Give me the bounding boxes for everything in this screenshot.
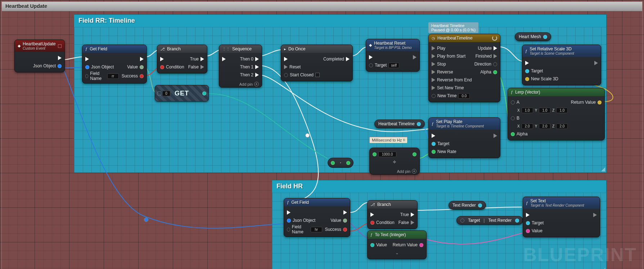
a-pin[interactable] [511,100,515,104]
exec-in-pin[interactable] [284,57,288,61]
exec-in-pin[interactable] [222,57,226,61]
b-x-input[interactable] [522,124,533,129]
exec-out-pin[interactable] [58,56,62,60]
resize-handle[interactable] [601,167,605,171]
field-name-pin[interactable] [85,74,88,78]
false-exec-pin[interactable] [411,220,414,225]
add-pin-button[interactable]: Add pin+ [370,168,419,174]
variable-heart-mesh[interactable]: Heart Mesh [515,32,551,41]
exec-in-pin[interactable] [160,57,164,61]
exec-in-pin[interactable] [526,213,530,217]
node-to-text-integer[interactable]: ƒTo Text (Integer) ValueReturn Value ⌄ [367,230,427,259]
play-pin[interactable] [432,46,435,50]
exec-in-pin[interactable] [369,55,373,59]
target-in-pin[interactable] [460,219,464,223]
target-pin[interactable] [369,63,373,67]
variable-heartbeat-timeline[interactable]: Heartbeat Timeline [374,120,425,128]
value-pin[interactable] [370,243,374,247]
start-closed-checkbox[interactable] [315,73,320,77]
value-pin[interactable] [343,219,347,223]
exec-in-pin[interactable] [432,134,435,138]
exec-in-pin[interactable] [525,61,529,65]
a-y-input[interactable] [539,108,550,113]
exec-in-pin[interactable] [287,210,291,215]
array-in-pin[interactable] [157,91,161,95]
blueprint-canvas[interactable]: Heartbeat Update Field RR: Timeline Fiel… [0,0,644,269]
json-object-pin[interactable] [58,64,62,68]
b-z-input[interactable] [556,124,568,129]
field-name-input[interactable] [311,227,322,232]
new-scale-pin[interactable] [525,77,529,81]
node-lerp-vector[interactable]: ƒLerp (Vector) A Return Value X Y Z B X … [508,88,605,140]
reverse-pin[interactable] [432,70,435,74]
true-exec-pin[interactable] [201,57,204,61]
json-object-pin[interactable] [287,219,291,223]
node-math-compact[interactable]: · [328,158,353,168]
exec-out-pin[interactable] [593,213,597,217]
stop-pin[interactable] [432,62,435,66]
array-index-input[interactable] [162,91,170,96]
a-z-input[interactable] [556,108,568,113]
target-pin[interactable] [432,142,436,146]
array-out-pin[interactable] [202,91,206,95]
field-name-input[interactable] [107,73,119,79]
then1-pin[interactable] [255,65,259,69]
condition-pin[interactable] [160,65,164,69]
node-array-get[interactable]: GET [155,85,209,102]
b-y-input[interactable] [539,124,550,129]
exec-out-pin[interactable] [494,134,497,138]
node-branch-rr[interactable]: ⎇Branch True ConditionFalse [157,45,207,73]
completed-pin[interactable] [346,57,350,61]
reset-pin[interactable] [284,65,288,69]
exec-out-pin[interactable] [594,61,598,65]
exec-out-pin[interactable] [140,57,144,61]
in-pin-a[interactable] [373,152,377,156]
value-pin[interactable] [526,229,530,233]
alpha-pin[interactable] [511,132,515,136]
out-pin[interactable] [413,152,416,156]
reroute-node[interactable] [144,218,148,222]
reroute-node[interactable] [305,133,310,138]
new-time-input[interactable] [458,93,470,99]
a-x-input[interactable] [522,108,533,113]
node-sequence[interactable]: ⋮⋮Sequence Then 0 Then 1 Then 2 Add pin+ [219,45,262,88]
then0-pin[interactable] [255,57,259,61]
true-exec-pin[interactable] [411,212,414,217]
target-pin[interactable] [526,221,530,225]
node-do-once[interactable]: ▸Do Once Completed Reset Start Closed [281,45,353,81]
exec-in-pin[interactable] [85,57,89,61]
exec-in-pin[interactable] [370,212,374,217]
new-rate-pin[interactable] [432,150,436,154]
variable-text-render[interactable]: Text Render [449,201,486,210]
node-heartbeat-reset[interactable]: ◆ Heartbeat Reset Target is BP PSL Demo … [366,39,420,72]
then2-pin[interactable] [255,73,259,77]
new-time-pin[interactable] [432,94,436,98]
value-pin[interactable] [140,65,144,69]
reverse-from-end-pin[interactable] [432,78,435,82]
out-pin[interactable] [346,161,350,165]
output-pin[interactable] [417,122,421,126]
node-heartbeat-timeline[interactable]: ◷HeartbeatTimeline PlayUpdate Play from … [428,34,500,102]
target-self-input[interactable] [388,63,399,68]
set-new-time-pin[interactable] [432,86,435,90]
add-pin-button[interactable]: Add pin+ [219,81,262,87]
target-pin[interactable] [525,69,529,73]
node-set-text[interactable]: ƒSet TextTarget is Text Render Component… [523,197,600,237]
return-pin[interactable] [598,100,602,104]
condition-pin[interactable] [370,221,374,225]
output-pin[interactable] [478,203,482,207]
direction-pin[interactable] [493,62,497,66]
node-get-field-hr[interactable]: ƒGet Field Json ObjectValue Field NameSu… [284,198,350,237]
output-pin[interactable] [515,219,519,223]
success-pin[interactable] [140,74,144,78]
json-object-pin[interactable] [85,65,89,69]
node-heartbeat-update-event[interactable]: ◆ HeartbeatUpdate Custom Event Json Obje… [14,40,65,72]
start-closed-pin[interactable] [284,73,288,77]
success-pin[interactable] [343,228,347,232]
update-pin[interactable] [494,46,497,50]
exec-out-pin[interactable] [413,55,416,59]
delegate-pin[interactable] [58,44,62,48]
comment-title[interactable]: Heartbeat Update [2,2,642,11]
b-pin[interactable] [511,116,515,120]
finished-pin[interactable] [494,54,497,58]
